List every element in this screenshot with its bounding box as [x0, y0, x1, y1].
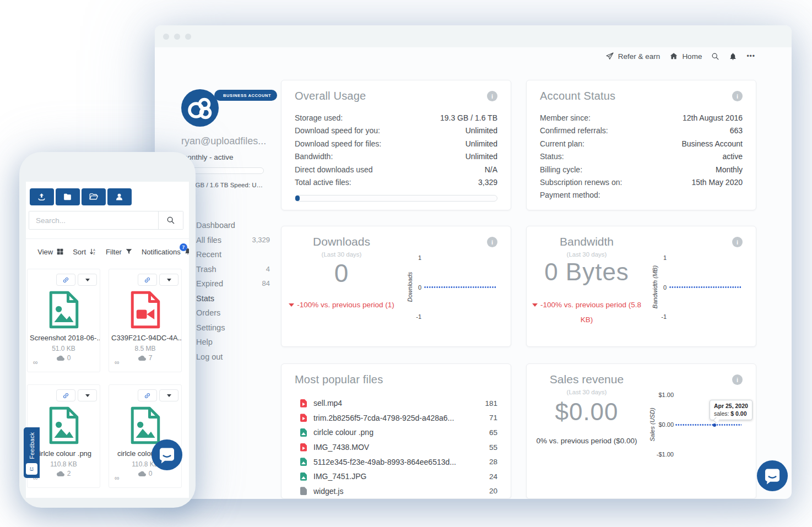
window-control-dot[interactable] — [174, 34, 180, 40]
upload-icon — [37, 192, 46, 202]
notifications-bell-icon[interactable] — [729, 52, 737, 61]
download-count: 0 — [149, 470, 153, 477]
copy-link-button[interactable] — [138, 274, 157, 286]
sidebar-item-stats[interactable]: Stats — [196, 291, 270, 306]
flat-zero-line — [675, 424, 741, 426]
new-folder-button[interactable] — [56, 188, 80, 205]
account-email: ryan@uploadfiles... — [181, 135, 289, 147]
popular-file-row[interactable]: sell.mp4181 — [300, 396, 497, 411]
expiry-infinity: ∞ — [115, 474, 120, 482]
sidebar-item-recent[interactable]: Recent — [196, 247, 270, 262]
card-title: Overall Usage — [295, 90, 366, 102]
downloads-value: 0 — [282, 258, 402, 288]
feedback-tab[interactable]: Feedback — [24, 427, 40, 478]
cloud-downloads-icon — [138, 471, 146, 476]
trash-count: 4 — [266, 262, 270, 277]
window-titlebar — [155, 25, 792, 47]
info-icon[interactable]: i — [732, 374, 743, 385]
home-label: Home — [682, 52, 702, 61]
chat-widget-button[interactable] — [756, 460, 788, 492]
image-file-icon — [300, 472, 307, 481]
notifications-control[interactable]: Notifications 7 — [142, 247, 189, 257]
user-icon — [115, 192, 124, 202]
window-control-dot[interactable] — [163, 34, 169, 40]
search-input[interactable] — [29, 211, 158, 229]
popular-file-row[interactable]: 5112e345-f23e-49ab-8993-864ee6513d...28 — [300, 454, 497, 469]
card-subtitle: (Last 30 days) — [527, 389, 647, 395]
bandwidth-value: 0 Bytes — [527, 258, 647, 286]
file-card[interactable]: C339F21C-94DC-4A... 8.5 MB 7 ∞ — [109, 269, 182, 372]
search-icon — [166, 216, 175, 225]
notification-badge: 7 — [180, 243, 187, 251]
popular-file-row[interactable]: IMG_7438.MOV55 — [300, 440, 497, 455]
sort-control[interactable]: Sort — [73, 248, 97, 256]
popular-file-row[interactable]: trim.2b8256f5-7cda-4798-925d-a428a6...71 — [300, 411, 497, 426]
sidebar-item-trash[interactable]: Trash4 — [196, 262, 270, 277]
sidebar-item-settings[interactable]: Settings — [196, 320, 270, 335]
view-toggle[interactable]: View — [37, 248, 64, 256]
open-folder-button[interactable] — [82, 188, 106, 205]
sidebar-item-dashboard[interactable]: Dashboard — [196, 218, 270, 233]
file-menu-button[interactable] — [78, 274, 97, 286]
refer-and-earn-link[interactable]: Refer & earn — [605, 52, 661, 61]
more-menu-button[interactable]: ••• — [746, 52, 755, 60]
uploadfiles-logo — [181, 89, 219, 127]
download-count: 0 — [67, 354, 71, 362]
refer-and-earn-label: Refer & earn — [618, 52, 661, 61]
window-control-dot[interactable] — [185, 34, 191, 40]
chart-tooltip: Apr 25, 2020 sales: $ 0.00 — [710, 400, 753, 420]
account-button[interactable] — [107, 188, 132, 205]
chat-widget-button[interactable] — [151, 439, 183, 471]
file-card[interactable]: cirlcle colour .png 110.8 KB 0 ∞ — [109, 384, 182, 488]
info-icon[interactable]: i — [487, 237, 497, 247]
image-file-icon — [300, 458, 307, 466]
file-menu-button[interactable] — [159, 389, 178, 401]
card-title: Most popular files — [295, 373, 383, 386]
downloads-delta: -100% vs. previous period (1) — [286, 297, 397, 312]
file-name: C339F21C-94DC-4A... — [109, 334, 181, 342]
file-card[interactable]: Screenshot 2018-06-... 51.0 KB 0 ∞ — [27, 269, 100, 372]
sales-revenue-card: i Sales revenue (Last 30 days) $0.00 0% … — [526, 363, 756, 499]
file-name: Screenshot 2018-06-... — [28, 334, 100, 342]
info-icon[interactable]: i — [732, 91, 743, 101]
sort-az-icon — [89, 248, 97, 256]
sidebar-item-help[interactable]: Help — [196, 335, 270, 350]
search-submit-button[interactable] — [158, 211, 183, 229]
app-window: Refer & earn Home ••• BUSINESS ACCOUNT r… — [155, 25, 792, 499]
sidebar-item-expired[interactable]: Expired84 — [196, 276, 270, 291]
downloads-card: i Downloads (Last 30 days) 0 -100% vs. p… — [281, 226, 511, 347]
popular-file-row[interactable]: cirlcle colour .png65 — [300, 425, 497, 440]
card-title: Downloads — [282, 235, 402, 248]
upload-button[interactable] — [30, 188, 54, 205]
sidebar-item-all-files[interactable]: All files3,329 — [196, 233, 270, 248]
card-subtitle: (Last 30 days) — [282, 251, 402, 258]
divider — [26, 238, 189, 239]
chevron-down-icon — [167, 394, 171, 397]
feedback-label: Feedback — [29, 432, 35, 459]
file-menu-button[interactable] — [78, 389, 97, 401]
popular-file-row[interactable]: IMG_7451.JPG24 — [300, 469, 497, 484]
copy-link-button[interactable] — [56, 274, 75, 286]
trend-down-icon — [532, 303, 538, 307]
sidebar-item-orders[interactable]: Orders — [196, 306, 270, 320]
bandwidth-card: i Bandwidth (Last 30 days) 0 Bytes -100%… — [526, 226, 756, 347]
grid-view-icon — [56, 248, 64, 256]
info-icon[interactable]: i — [487, 91, 497, 101]
filter-control[interactable]: Filter — [106, 248, 133, 256]
sidebar-item-log-out[interactable]: Log out — [196, 350, 270, 365]
popular-file-row[interactable]: widget.js20 — [300, 484, 497, 499]
feedback-smiley-icon — [26, 463, 37, 475]
file-size: 51.0 KB — [28, 345, 100, 352]
search-icon[interactable] — [711, 52, 719, 61]
account-status-card: Account Status i Member since:12th Augus… — [526, 80, 756, 210]
link-icon — [61, 390, 71, 400]
file-list-toolbar: View Sort Filter Notifications 7 — [26, 243, 189, 260]
home-link[interactable]: Home — [669, 52, 702, 61]
copy-link-button[interactable] — [138, 389, 157, 401]
info-icon[interactable]: i — [732, 237, 743, 247]
video-file-icon — [300, 414, 307, 422]
link-icon — [142, 390, 152, 400]
copy-link-button[interactable] — [56, 389, 75, 401]
file-menu-button[interactable] — [159, 274, 178, 286]
search-box — [29, 211, 183, 230]
